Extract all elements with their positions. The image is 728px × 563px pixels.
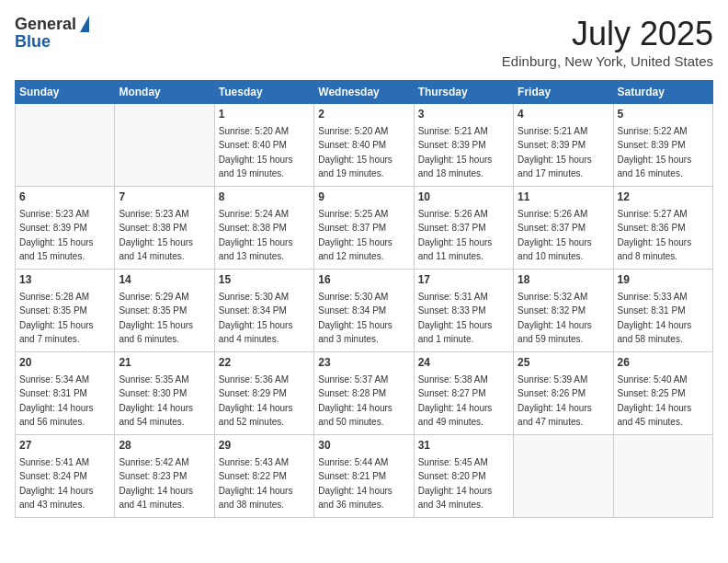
calendar-table: SundayMondayTuesdayWednesdayThursdayFrid… [15, 80, 713, 518]
day-number: 20 [19, 355, 110, 371]
day-info: Sunrise: 5:24 AMSunset: 8:38 PMDaylight:… [219, 209, 293, 262]
calendar-cell: 8Sunrise: 5:24 AMSunset: 8:38 PMDaylight… [214, 187, 313, 270]
weekday-header-thursday: Thursday [414, 81, 513, 104]
calendar-cell: 12Sunrise: 5:27 AMSunset: 8:36 PMDayligh… [613, 187, 712, 270]
day-info: Sunrise: 5:42 AMSunset: 8:23 PMDaylight:… [119, 457, 193, 511]
weekday-header-saturday: Saturday [613, 81, 712, 104]
calendar-cell: 20Sunrise: 5:34 AMSunset: 8:31 PMDayligh… [16, 352, 115, 435]
calendar-cell: 17Sunrise: 5:31 AMSunset: 8:33 PMDayligh… [414, 270, 513, 352]
calendar-cell: 11Sunrise: 5:26 AMSunset: 8:37 PMDayligh… [514, 187, 613, 270]
week-row-1: 1Sunrise: 5:20 AMSunset: 8:40 PMDaylight… [16, 104, 713, 187]
calendar-cell: 3Sunrise: 5:21 AMSunset: 8:39 PMDaylight… [414, 104, 513, 187]
calendar-cell: 22Sunrise: 5:36 AMSunset: 8:29 PMDayligh… [214, 352, 313, 435]
calendar-cell: 1Sunrise: 5:20 AMSunset: 8:40 PMDaylight… [214, 104, 313, 187]
day-number: 15 [219, 272, 310, 288]
day-info: Sunrise: 5:29 AMSunset: 8:35 PMDaylight:… [119, 292, 193, 345]
calendar-cell: 24Sunrise: 5:38 AMSunset: 8:27 PMDayligh… [414, 352, 513, 435]
calendar-cell: 16Sunrise: 5:30 AMSunset: 8:34 PMDayligh… [314, 270, 414, 352]
day-info: Sunrise: 5:30 AMSunset: 8:34 PMDaylight:… [318, 292, 392, 345]
day-info: Sunrise: 5:32 AMSunset: 8:32 PMDaylight:… [518, 292, 592, 345]
day-info: Sunrise: 5:33 AMSunset: 8:31 PMDaylight:… [618, 292, 692, 345]
day-number: 11 [518, 190, 609, 205]
calendar-cell: 26Sunrise: 5:40 AMSunset: 8:25 PMDayligh… [613, 352, 712, 435]
logo-general-text: General [15, 15, 76, 34]
calendar-cell: 29Sunrise: 5:43 AMSunset: 8:22 PMDayligh… [214, 435, 313, 518]
day-info: Sunrise: 5:44 AMSunset: 8:21 PMDaylight:… [318, 457, 392, 511]
day-info: Sunrise: 5:41 AMSunset: 8:24 PMDaylight:… [19, 457, 94, 511]
day-info: Sunrise: 5:37 AMSunset: 8:28 PMDaylight:… [318, 374, 392, 428]
day-info: Sunrise: 5:39 AMSunset: 8:26 PMDaylight:… [518, 374, 592, 428]
day-number: 26 [618, 355, 709, 371]
page-header: General Blue July 2025 Edinburg, New Yor… [15, 15, 713, 69]
calendar-cell: 21Sunrise: 5:35 AMSunset: 8:30 PMDayligh… [115, 352, 214, 435]
day-number: 25 [518, 355, 609, 371]
calendar-cell: 5Sunrise: 5:22 AMSunset: 8:39 PMDaylight… [613, 104, 712, 187]
day-info: Sunrise: 5:21 AMSunset: 8:39 PMDaylight:… [418, 126, 493, 179]
calendar-cell: 25Sunrise: 5:39 AMSunset: 8:26 PMDayligh… [514, 352, 613, 435]
calendar-cell: 13Sunrise: 5:28 AMSunset: 8:35 PMDayligh… [16, 270, 115, 352]
calendar-cell [115, 104, 214, 187]
title-block: July 2025 Edinburg, New York, United Sta… [502, 15, 713, 69]
calendar-cell: 31Sunrise: 5:45 AMSunset: 8:20 PMDayligh… [414, 435, 513, 518]
calendar-subtitle: Edinburg, New York, United States [502, 53, 713, 69]
day-number: 7 [119, 190, 210, 205]
calendar-cell: 28Sunrise: 5:42 AMSunset: 8:23 PMDayligh… [115, 435, 214, 518]
weekday-header-friday: Friday [514, 81, 613, 104]
day-info: Sunrise: 5:25 AMSunset: 8:37 PMDaylight:… [318, 209, 392, 262]
week-row-3: 13Sunrise: 5:28 AMSunset: 8:35 PMDayligh… [16, 270, 713, 352]
day-info: Sunrise: 5:30 AMSunset: 8:34 PMDaylight:… [219, 292, 293, 345]
day-number: 21 [119, 355, 210, 371]
day-number: 12 [618, 190, 709, 205]
day-info: Sunrise: 5:35 AMSunset: 8:30 PMDaylight:… [119, 374, 193, 428]
day-info: Sunrise: 5:28 AMSunset: 8:35 PMDaylight:… [19, 292, 94, 345]
calendar-cell [514, 435, 613, 518]
calendar-cell: 18Sunrise: 5:32 AMSunset: 8:32 PMDayligh… [514, 270, 613, 352]
day-number: 5 [618, 107, 709, 122]
calendar-cell: 30Sunrise: 5:44 AMSunset: 8:21 PMDayligh… [314, 435, 414, 518]
day-number: 13 [19, 272, 110, 288]
day-number: 14 [119, 272, 210, 288]
day-info: Sunrise: 5:27 AMSunset: 8:36 PMDaylight:… [618, 209, 692, 262]
week-row-5: 27Sunrise: 5:41 AMSunset: 8:24 PMDayligh… [16, 435, 713, 518]
calendar-cell: 14Sunrise: 5:29 AMSunset: 8:35 PMDayligh… [115, 270, 214, 352]
day-info: Sunrise: 5:40 AMSunset: 8:25 PMDaylight:… [618, 374, 692, 428]
logo: General Blue [15, 15, 89, 52]
calendar-title: July 2025 [502, 15, 713, 53]
weekday-header-monday: Monday [115, 81, 214, 104]
day-number: 24 [418, 355, 509, 371]
day-number: 18 [518, 272, 609, 288]
weekday-header-row: SundayMondayTuesdayWednesdayThursdayFrid… [16, 81, 713, 104]
day-number: 29 [219, 438, 310, 454]
day-number: 23 [318, 355, 409, 371]
day-info: Sunrise: 5:21 AMSunset: 8:39 PMDaylight:… [518, 126, 592, 179]
day-number: 16 [318, 272, 409, 288]
calendar-cell: 7Sunrise: 5:23 AMSunset: 8:38 PMDaylight… [115, 187, 214, 270]
logo-triangle-icon [80, 16, 89, 32]
week-row-2: 6Sunrise: 5:23 AMSunset: 8:39 PMDaylight… [16, 187, 713, 270]
day-info: Sunrise: 5:22 AMSunset: 8:39 PMDaylight:… [618, 126, 692, 179]
day-number: 6 [19, 190, 110, 205]
day-number: 2 [318, 107, 409, 122]
day-info: Sunrise: 5:26 AMSunset: 8:37 PMDaylight:… [418, 209, 493, 262]
weekday-header-sunday: Sunday [16, 81, 115, 104]
calendar-cell: 23Sunrise: 5:37 AMSunset: 8:28 PMDayligh… [314, 352, 414, 435]
day-info: Sunrise: 5:20 AMSunset: 8:40 PMDaylight:… [318, 126, 392, 179]
calendar-cell: 19Sunrise: 5:33 AMSunset: 8:31 PMDayligh… [613, 270, 712, 352]
weekday-header-tuesday: Tuesday [214, 81, 313, 104]
day-number: 17 [418, 272, 509, 288]
logo-blue-text: Blue [15, 32, 89, 52]
day-info: Sunrise: 5:45 AMSunset: 8:20 PMDaylight:… [418, 457, 493, 511]
day-number: 3 [418, 107, 509, 122]
weekday-header-wednesday: Wednesday [314, 81, 414, 104]
day-number: 1 [219, 107, 310, 122]
day-info: Sunrise: 5:23 AMSunset: 8:38 PMDaylight:… [119, 209, 193, 262]
calendar-cell: 4Sunrise: 5:21 AMSunset: 8:39 PMDaylight… [514, 104, 613, 187]
day-info: Sunrise: 5:31 AMSunset: 8:33 PMDaylight:… [418, 292, 493, 345]
day-info: Sunrise: 5:23 AMSunset: 8:39 PMDaylight:… [19, 209, 94, 262]
day-number: 30 [318, 438, 409, 454]
calendar-cell [16, 104, 115, 187]
calendar-cell: 27Sunrise: 5:41 AMSunset: 8:24 PMDayligh… [16, 435, 115, 518]
day-number: 9 [318, 190, 409, 205]
calendar-cell: 2Sunrise: 5:20 AMSunset: 8:40 PMDaylight… [314, 104, 414, 187]
day-number: 19 [618, 272, 709, 288]
